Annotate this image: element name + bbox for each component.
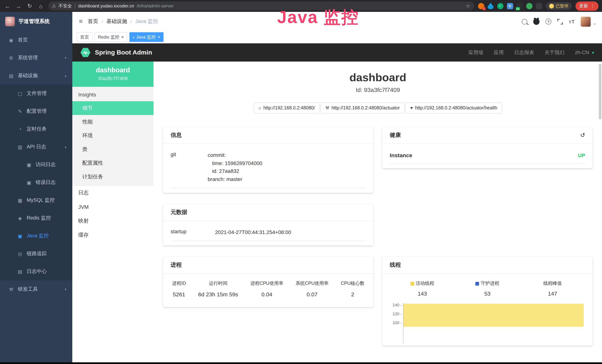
tab-redis-monitor[interactable]: Redis 监控 × [95,32,127,42]
extension-check-icon[interactable]: ✓ [497,3,503,9]
health-url-button[interactable]: ♥ http://192.168.0.2:48080/actuator/heal… [405,102,502,114]
sidebar-item-mysql[interactable]: ▦ MySQL 监控 [0,191,72,209]
process-col-header: 进程CPU使用率 [250,280,283,287]
help-icon[interactable]: ? [546,19,551,24]
github-icon[interactable] [533,18,539,25]
menu-item-logs[interactable]: 日志 [72,186,153,200]
instance-header[interactable]: dashboard 93a3fc7f7409 [72,62,153,87]
sidebar-item-system[interactable]: ⚙ 系统管理 ▾ [0,49,72,67]
sidebar-item-dev-tools[interactable]: ⚒ 研发工具 ▾ [0,280,72,298]
sba-nav-about[interactable]: 关于我们 [545,49,565,56]
sidebar-item-label: 文件管理 [27,90,47,97]
home-icon[interactable]: ⌂ [37,3,44,9]
actuator-url-button[interactable]: ⚒ http://192.168.0.2:48080/actuator [320,102,405,114]
menu-item-details[interactable]: 细节 [72,101,153,115]
topbar-actions: ? тT ▾ [522,17,595,27]
sidebar-item-infra[interactable]: ▤ 基础设施 ▴ [0,67,72,85]
sidebar-item-label: MySQL 监控 [27,197,55,203]
process-card: 进程 进程ID 运行时间 进程CPU使用率 系统CPU使用率 CPU核心数 52… [163,257,373,307]
scrollbar-thumb[interactable] [599,64,602,119]
extension-grid-icon[interactable]: ⊞ [507,3,513,9]
breadcrumb-separator: / [102,19,103,24]
breadcrumb-item[interactable]: 首页 [88,18,98,25]
sidebar-item-trace[interactable]: ◎ 链路追踪 [0,245,72,263]
app-logo[interactable]: 芋道管理系统 [0,12,72,31]
sidebar-item-api-log[interactable]: ▥ API 日志 ▴ [0,138,72,156]
forward-icon[interactable]: → [15,3,22,9]
search-icon[interactable] [522,19,527,24]
back-icon[interactable]: ← [4,3,11,9]
tab-label: Java 监控 [136,34,156,40]
health-row-label: Instance [390,152,412,158]
health-instance-row: Instance UP [390,146,585,164]
close-icon[interactable]: × [158,34,160,40]
sba-nav-applications[interactable]: 应用 [494,49,504,56]
service-url-button[interactable]: ⌂ http://192.168.0.2:48080/ [254,102,320,114]
extension-dark-icon[interactable] [536,3,542,9]
sidebar-item-label: 日志中心 [27,268,47,275]
address-bar[interactable]: ⚠ 不安全 | dashboard.yudao.iocoder.cn/infra… [48,1,474,11]
language-label: zh-CN [575,50,589,55]
breadcrumb: 首页 / 基础设施 / Java 监控 [88,18,158,25]
reload-icon[interactable]: ↻ [26,3,33,9]
sidebar-item-error-log[interactable]: ▣ 错误日志 [0,173,72,191]
update-button[interactable]: 更新 ⋮ [575,1,599,11]
tab-java-monitor[interactable]: ● Java 监控 × [129,32,163,42]
security-label[interactable]: 不安全 [59,3,72,9]
menu-item-label: 计划任务 [82,173,103,180]
sidebar-item-access-log[interactable]: ▣ 访问日志 [0,156,72,173]
sidebar-item-home[interactable]: ◉ 首页 [0,31,72,49]
menu-item-scheduled-tasks[interactable]: 计划任务 [72,170,153,183]
grid-glyph: ⊞ [508,4,511,8]
sba-language-select[interactable]: zh-CN ▾ [575,50,594,55]
menu-item-config-props[interactable]: 配置属性 [72,156,153,170]
fullscreen-icon[interactable] [557,19,563,24]
sba-nav-wallboard[interactable]: 应用墙 [468,49,483,56]
menu-item-jvm[interactable]: JVM [72,200,153,214]
log-icon: ▣ [26,162,32,167]
admin-sidebar: 芋道管理系统 ◉ 首页 ⚙ 系统管理 ▾ ▤ 基础设施 ▴ ▢ 文件管理 [0,12,72,362]
extension-switch-icon[interactable]: on [516,3,523,9]
paused-badge[interactable]: 已暂停 [546,2,572,10]
close-icon[interactable]: × [121,34,124,40]
sidebar-item-java-monitor[interactable]: ▣ Java 监控 [0,227,72,245]
main-content: dashboard Id: 93a3fc7f7409 ⌂ http://192.… [153,62,602,362]
mysql-icon: ▦ [17,197,23,203]
extension-leaf-icon[interactable] [526,3,532,9]
breadcrumb-item-current: Java 监控 [135,18,158,25]
heart-icon: ♥ [410,105,413,110]
sidebar-item-redis[interactable]: ◈ Redis 监控 [0,209,72,227]
menu-item-caches[interactable]: 缓存 [72,228,153,242]
bookmark-star-icon[interactable]: ☆ [466,3,470,9]
history-icon[interactable]: ↺ [580,132,585,139]
tab-home[interactable]: 首页 [77,32,92,42]
menu-item-classes[interactable]: 类 [72,142,153,156]
page-title: dashboard [153,71,602,84]
sidebar-item-log-center[interactable]: ▤ 日志中心 [0,263,72,280]
sidebar-item-cron[interactable]: ◔ 定时任务 [0,120,72,138]
legend-value: 147 [520,290,585,297]
sidebar-item-file[interactable]: ▢ 文件管理 [0,85,72,102]
breadcrumb-item[interactable]: 基础设施 [107,18,127,25]
breadcrumb-separator: / [130,19,132,24]
sidebar-item-label: 错误日志 [36,179,56,186]
menu-item-environment[interactable]: 环境 [72,129,153,142]
collapse-menu-icon[interactable]: ≡ [79,18,83,25]
gear-icon: ⚙ [8,55,14,61]
sba-nav-journal[interactable]: 日志报表 [514,49,534,56]
tab-label: Redis 监控 [98,34,119,40]
extension-drop-icon[interactable] [487,3,494,9]
extension-orange-icon[interactable]: 1 [478,3,484,9]
sidebar-item-label: 定时任务 [27,126,47,132]
sidebar-item-config[interactable]: ✎ 配置管理 [0,102,72,120]
check-glyph: ✓ [499,4,502,8]
sba-brand-title[interactable]: Spring Boot Admin [95,49,152,56]
browser-menu-icon[interactable]: ⋮ [590,3,595,9]
menu-item-mappings[interactable]: 映射 [72,214,153,228]
metadata-row-startup: startup 2021-04-27T00:44:31.254+08:00 [171,223,366,241]
menu-item-metrics[interactable]: 性能 [72,115,153,129]
instance-name: dashboard [72,66,153,74]
font-size-icon[interactable]: тT [569,19,575,24]
user-avatar[interactable] [581,17,591,27]
git-commit-line: commit: [208,151,366,159]
